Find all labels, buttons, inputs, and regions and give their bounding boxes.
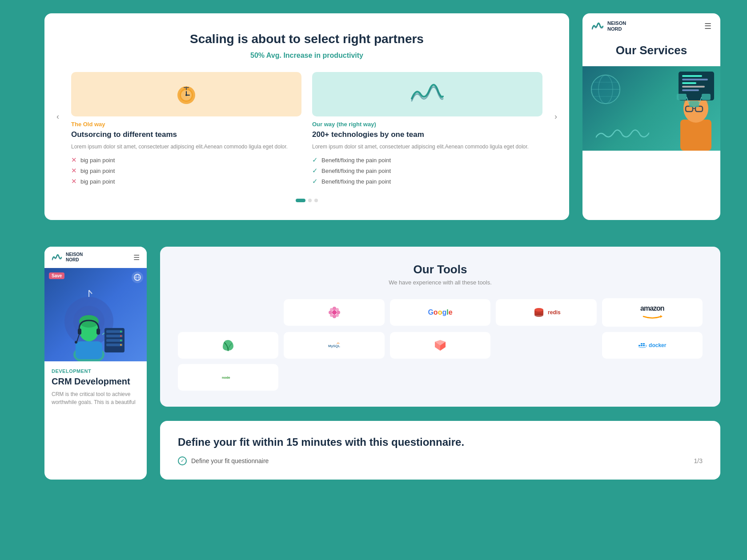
mobile-category: DEVELOPMENT	[52, 368, 140, 374]
svg-point-53	[337, 311, 340, 314]
wave-decoration	[596, 128, 649, 142]
svg-point-49	[332, 310, 337, 315]
questionnaire-counter: 1/3	[694, 457, 703, 464]
amazon-logo: amazon	[640, 304, 664, 320]
new-way-desc: Lorem ipsum dolor sit amet, consectetuer…	[312, 143, 542, 151]
next-arrow[interactable]: ›	[550, 111, 562, 123]
svg-rect-37	[96, 328, 100, 335]
svg-rect-64	[641, 345, 643, 346]
svg-point-55	[336, 308, 339, 311]
svg-point-35	[79, 315, 99, 328]
services-image	[582, 66, 720, 151]
services-card-bottom	[582, 151, 720, 182]
pain-point-3: ✕ big pain point	[71, 177, 301, 185]
questionnaire-item-left: ✓ Define your fit questionnaire	[178, 456, 269, 465]
tool-empty-2	[496, 332, 596, 359]
dot-2[interactable]	[308, 199, 312, 202]
tool-flower	[284, 299, 384, 326]
svg-rect-20	[689, 101, 699, 107]
svg-line-23	[699, 97, 702, 104]
prev-arrow[interactable]: ‹	[52, 111, 64, 123]
comparison-card: ‹ › Scaling is about to select right par…	[44, 13, 569, 220]
svg-rect-67	[643, 343, 645, 344]
svg-marker-61	[660, 315, 663, 318]
svg-point-56	[330, 314, 333, 317]
new-way-column: Our way (the right way) 200+ technologie…	[312, 72, 542, 188]
services-title-area: Our Services	[582, 39, 720, 66]
new-way-heading: 200+ technologies by one team	[312, 130, 542, 139]
old-way-column: The Old way Outsorcing to different team…	[71, 72, 301, 188]
google-text: Google	[428, 308, 452, 316]
tool-empty-3	[284, 364, 384, 391]
bad-icon-2: ✕	[71, 167, 77, 175]
services-logo: NEISON NORD	[591, 20, 626, 32]
old-way-label: The Old way	[71, 121, 301, 128]
mobile-header: NEISON NORD ☰	[44, 247, 147, 268]
mobile-hero-image: Save	[44, 268, 147, 361]
services-logo-text: NEISON NORD	[607, 20, 626, 32]
benefit-3: ✓ Benefit/fixing the pain point	[312, 177, 542, 185]
svg-point-13	[591, 75, 620, 104]
tools-title: Our Tools	[178, 263, 703, 276]
tool-leaf	[178, 332, 278, 359]
dot-3[interactable]	[314, 199, 318, 202]
mobile-logo-text: NEISON NORD	[66, 252, 83, 263]
svg-point-57	[336, 314, 339, 317]
benefit-2: ✓ Benefit/fixing the pain point	[312, 167, 542, 175]
tool-empty-4	[390, 364, 490, 391]
services-header: NEISON NORD ☰	[582, 13, 720, 39]
services-card: NEISON NORD ☰ Our Services	[582, 13, 720, 220]
old-way-heading: Outsorcing to different teams	[71, 130, 301, 139]
svg-text:MySQL: MySQL	[328, 344, 340, 348]
flow-diagram	[676, 93, 711, 115]
tool-redis: redis	[496, 299, 596, 326]
globe-svg	[588, 72, 623, 107]
docker-text: docker	[649, 342, 666, 348]
new-way-image	[312, 72, 542, 116]
logo-svg	[591, 22, 604, 30]
tools-grid: Google redis amazon	[178, 298, 703, 391]
mobile-card-content: DEVELOPMENT CRM Development CRM is the c…	[44, 361, 147, 413]
svg-rect-21	[702, 94, 711, 100]
svg-point-51	[333, 315, 336, 318]
tools-card: Our Tools We have experience with all th…	[160, 247, 720, 407]
tool-mysql: MySQL	[284, 332, 384, 359]
svg-rect-66	[641, 343, 643, 344]
svg-rect-36	[78, 328, 81, 335]
svg-point-60	[534, 313, 543, 317]
headphone-person-svg	[56, 277, 136, 361]
svg-point-39	[75, 341, 77, 344]
tool-google: Google	[390, 299, 490, 326]
card-title: Scaling is about to select right partner…	[71, 31, 542, 47]
mobile-card-desc: CRM is the critical tool to achieve wort…	[52, 390, 140, 406]
bad-icon-1: ✕	[71, 156, 77, 164]
svg-point-52	[329, 311, 332, 314]
pagination	[71, 199, 542, 202]
bottom-right-section: Our Tools We have experience with all th…	[160, 247, 720, 479]
tool-node: node	[178, 364, 278, 391]
mobile-logo: NEISON NORD	[52, 252, 83, 263]
dot-1[interactable]	[296, 199, 305, 202]
bad-icon-3: ✕	[71, 177, 77, 185]
old-way-desc: Lorem ipsum dolor sit amet, consectetuer…	[71, 143, 301, 151]
mobile-logo-svg	[52, 254, 62, 261]
pain-point-1: ✕ big pain point	[71, 156, 301, 164]
svg-rect-33	[76, 341, 102, 359]
good-icon-2: ✓	[312, 167, 318, 175]
svg-point-47	[120, 340, 122, 341]
svg-line-22	[687, 97, 689, 104]
questionnaire-title: Define your fit within 15 minutes with t…	[178, 435, 703, 449]
tool-docker: docker	[602, 332, 703, 359]
good-icon-3: ✓	[312, 177, 318, 185]
services-title: Our Services	[591, 44, 711, 57]
tool-empty-1	[178, 299, 278, 326]
svg-rect-63	[639, 345, 640, 346]
svg-line-31	[89, 290, 92, 294]
card-subtitle: 50% Avg. Increase in productivity	[71, 52, 542, 60]
questionnaire-section: Define your fit within 15 minutes with t…	[160, 421, 720, 479]
tool-laravel	[390, 332, 490, 359]
pain-point-2: ✕ big pain point	[71, 167, 301, 175]
mobile-hamburger[interactable]: ☰	[133, 253, 140, 262]
svg-point-54	[330, 308, 333, 311]
hamburger-menu[interactable]: ☰	[704, 21, 711, 31]
